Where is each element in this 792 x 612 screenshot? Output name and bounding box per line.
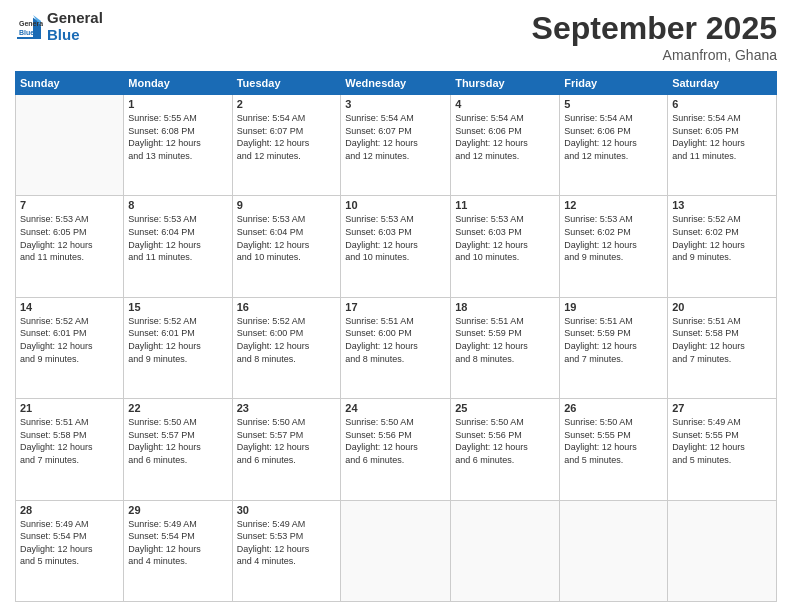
calendar-cell: 17Sunrise: 5:51 AM Sunset: 6:00 PM Dayli… (341, 297, 451, 398)
day-header-saturday: Saturday (668, 72, 777, 95)
day-number: 8 (128, 199, 227, 211)
calendar-header-row: SundayMondayTuesdayWednesdayThursdayFrid… (16, 72, 777, 95)
day-number: 27 (672, 402, 772, 414)
day-number: 17 (345, 301, 446, 313)
day-number: 30 (237, 504, 337, 516)
day-info: Sunrise: 5:50 AM Sunset: 5:56 PM Dayligh… (455, 416, 555, 466)
calendar-cell (16, 95, 124, 196)
day-info: Sunrise: 5:50 AM Sunset: 5:57 PM Dayligh… (128, 416, 227, 466)
week-row-2: 7Sunrise: 5:53 AM Sunset: 6:05 PM Daylig… (16, 196, 777, 297)
week-row-5: 28Sunrise: 5:49 AM Sunset: 5:54 PM Dayli… (16, 500, 777, 601)
svg-text:Blue: Blue (19, 29, 34, 36)
day-header-wednesday: Wednesday (341, 72, 451, 95)
day-number: 28 (20, 504, 119, 516)
calendar-cell: 19Sunrise: 5:51 AM Sunset: 5:59 PM Dayli… (560, 297, 668, 398)
calendar-table: SundayMondayTuesdayWednesdayThursdayFrid… (15, 71, 777, 602)
day-number: 25 (455, 402, 555, 414)
day-info: Sunrise: 5:51 AM Sunset: 5:59 PM Dayligh… (455, 315, 555, 365)
calendar-cell: 7Sunrise: 5:53 AM Sunset: 6:05 PM Daylig… (16, 196, 124, 297)
day-number: 26 (564, 402, 663, 414)
logo: General Blue General Blue (15, 10, 103, 43)
day-number: 19 (564, 301, 663, 313)
calendar-cell: 8Sunrise: 5:53 AM Sunset: 6:04 PM Daylig… (124, 196, 232, 297)
day-number: 16 (237, 301, 337, 313)
day-number: 22 (128, 402, 227, 414)
calendar-cell: 13Sunrise: 5:52 AM Sunset: 6:02 PM Dayli… (668, 196, 777, 297)
calendar-cell: 26Sunrise: 5:50 AM Sunset: 5:55 PM Dayli… (560, 399, 668, 500)
calendar-cell: 22Sunrise: 5:50 AM Sunset: 5:57 PM Dayli… (124, 399, 232, 500)
day-info: Sunrise: 5:50 AM Sunset: 5:56 PM Dayligh… (345, 416, 446, 466)
day-header-friday: Friday (560, 72, 668, 95)
calendar-cell (341, 500, 451, 601)
day-info: Sunrise: 5:53 AM Sunset: 6:04 PM Dayligh… (128, 213, 227, 263)
day-info: Sunrise: 5:54 AM Sunset: 6:06 PM Dayligh… (564, 112, 663, 162)
calendar-cell: 14Sunrise: 5:52 AM Sunset: 6:01 PM Dayli… (16, 297, 124, 398)
day-header-sunday: Sunday (16, 72, 124, 95)
week-row-1: 1Sunrise: 5:55 AM Sunset: 6:08 PM Daylig… (16, 95, 777, 196)
day-info: Sunrise: 5:54 AM Sunset: 6:07 PM Dayligh… (345, 112, 446, 162)
calendar-cell: 24Sunrise: 5:50 AM Sunset: 5:56 PM Dayli… (341, 399, 451, 500)
calendar-cell (668, 500, 777, 601)
calendar-cell: 10Sunrise: 5:53 AM Sunset: 6:03 PM Dayli… (341, 196, 451, 297)
day-info: Sunrise: 5:50 AM Sunset: 5:57 PM Dayligh… (237, 416, 337, 466)
day-info: Sunrise: 5:51 AM Sunset: 5:58 PM Dayligh… (672, 315, 772, 365)
calendar-cell: 1Sunrise: 5:55 AM Sunset: 6:08 PM Daylig… (124, 95, 232, 196)
day-number: 21 (20, 402, 119, 414)
day-info: Sunrise: 5:54 AM Sunset: 6:06 PM Dayligh… (455, 112, 555, 162)
calendar-cell: 20Sunrise: 5:51 AM Sunset: 5:58 PM Dayli… (668, 297, 777, 398)
header: General Blue General Blue September 2025… (15, 10, 777, 63)
calendar-cell: 21Sunrise: 5:51 AM Sunset: 5:58 PM Dayli… (16, 399, 124, 500)
day-number: 7 (20, 199, 119, 211)
calendar-cell: 2Sunrise: 5:54 AM Sunset: 6:07 PM Daylig… (232, 95, 341, 196)
day-info: Sunrise: 5:54 AM Sunset: 6:07 PM Dayligh… (237, 112, 337, 162)
calendar-cell (560, 500, 668, 601)
day-number: 13 (672, 199, 772, 211)
calendar-cell: 5Sunrise: 5:54 AM Sunset: 6:06 PM Daylig… (560, 95, 668, 196)
week-row-3: 14Sunrise: 5:52 AM Sunset: 6:01 PM Dayli… (16, 297, 777, 398)
day-info: Sunrise: 5:49 AM Sunset: 5:55 PM Dayligh… (672, 416, 772, 466)
calendar-cell: 18Sunrise: 5:51 AM Sunset: 5:59 PM Dayli… (451, 297, 560, 398)
day-number: 12 (564, 199, 663, 211)
calendar-cell: 9Sunrise: 5:53 AM Sunset: 6:04 PM Daylig… (232, 196, 341, 297)
day-number: 4 (455, 98, 555, 110)
calendar-cell: 30Sunrise: 5:49 AM Sunset: 5:53 PM Dayli… (232, 500, 341, 601)
day-info: Sunrise: 5:49 AM Sunset: 5:54 PM Dayligh… (128, 518, 227, 568)
day-number: 10 (345, 199, 446, 211)
day-info: Sunrise: 5:53 AM Sunset: 6:04 PM Dayligh… (237, 213, 337, 263)
day-number: 23 (237, 402, 337, 414)
day-info: Sunrise: 5:53 AM Sunset: 6:03 PM Dayligh… (345, 213, 446, 263)
calendar-cell: 27Sunrise: 5:49 AM Sunset: 5:55 PM Dayli… (668, 399, 777, 500)
day-info: Sunrise: 5:53 AM Sunset: 6:03 PM Dayligh… (455, 213, 555, 263)
day-header-tuesday: Tuesday (232, 72, 341, 95)
calendar-cell: 29Sunrise: 5:49 AM Sunset: 5:54 PM Dayli… (124, 500, 232, 601)
day-number: 6 (672, 98, 772, 110)
calendar-cell: 4Sunrise: 5:54 AM Sunset: 6:06 PM Daylig… (451, 95, 560, 196)
month-title: September 2025 (532, 10, 777, 47)
logo-icon: General Blue (15, 13, 43, 41)
day-number: 5 (564, 98, 663, 110)
calendar-cell: 16Sunrise: 5:52 AM Sunset: 6:00 PM Dayli… (232, 297, 341, 398)
logo-blue: Blue (47, 27, 103, 44)
day-number: 3 (345, 98, 446, 110)
calendar-cell (451, 500, 560, 601)
day-info: Sunrise: 5:51 AM Sunset: 5:58 PM Dayligh… (20, 416, 119, 466)
calendar-cell: 11Sunrise: 5:53 AM Sunset: 6:03 PM Dayli… (451, 196, 560, 297)
day-info: Sunrise: 5:55 AM Sunset: 6:08 PM Dayligh… (128, 112, 227, 162)
title-block: September 2025 Amanfrom, Ghana (532, 10, 777, 63)
day-info: Sunrise: 5:54 AM Sunset: 6:05 PM Dayligh… (672, 112, 772, 162)
day-info: Sunrise: 5:52 AM Sunset: 6:02 PM Dayligh… (672, 213, 772, 263)
calendar-cell: 28Sunrise: 5:49 AM Sunset: 5:54 PM Dayli… (16, 500, 124, 601)
calendar-cell: 15Sunrise: 5:52 AM Sunset: 6:01 PM Dayli… (124, 297, 232, 398)
day-info: Sunrise: 5:51 AM Sunset: 5:59 PM Dayligh… (564, 315, 663, 365)
day-number: 18 (455, 301, 555, 313)
day-number: 15 (128, 301, 227, 313)
page: General Blue General Blue September 2025… (0, 0, 792, 612)
day-info: Sunrise: 5:53 AM Sunset: 6:05 PM Dayligh… (20, 213, 119, 263)
week-row-4: 21Sunrise: 5:51 AM Sunset: 5:58 PM Dayli… (16, 399, 777, 500)
calendar-cell: 3Sunrise: 5:54 AM Sunset: 6:07 PM Daylig… (341, 95, 451, 196)
day-info: Sunrise: 5:52 AM Sunset: 6:00 PM Dayligh… (237, 315, 337, 365)
calendar-cell: 12Sunrise: 5:53 AM Sunset: 6:02 PM Dayli… (560, 196, 668, 297)
location-subtitle: Amanfrom, Ghana (532, 47, 777, 63)
calendar-cell: 25Sunrise: 5:50 AM Sunset: 5:56 PM Dayli… (451, 399, 560, 500)
day-number: 9 (237, 199, 337, 211)
